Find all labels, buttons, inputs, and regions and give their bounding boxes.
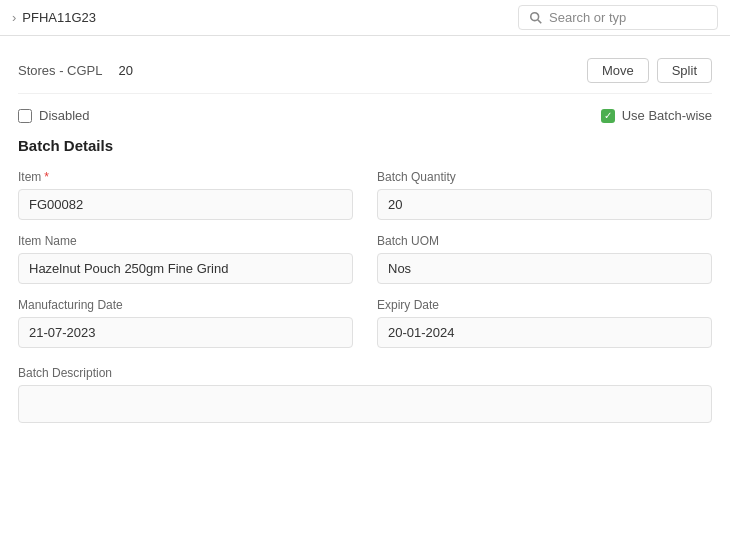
breadcrumb-chevron-icon: › <box>12 10 16 25</box>
disabled-label: Disabled <box>39 108 90 123</box>
breadcrumb: › PFHA11G23 <box>12 10 96 25</box>
disabled-checkbox[interactable] <box>18 109 32 123</box>
section-title: Batch Details <box>18 137 712 154</box>
stores-actions: Move Split <box>587 58 712 83</box>
top-bar: › PFHA11G23 Search or typ <box>0 0 730 36</box>
stores-row: Stores - CGPL 20 Move Split <box>18 48 712 94</box>
manufacturing-date-input[interactable] <box>18 317 353 348</box>
batch-wise-checkbox-label[interactable]: Use Batch-wise <box>601 108 712 123</box>
item-group: Item * <box>18 170 353 220</box>
main-content: Stores - CGPL 20 Move Split Disabled Use… <box>0 36 730 449</box>
item-name-group: Item Name <box>18 234 353 284</box>
disabled-checkbox-label[interactable]: Disabled <box>18 108 90 123</box>
stores-quantity: 20 <box>119 63 133 78</box>
expiry-date-group: Expiry Date <box>377 298 712 348</box>
manufacturing-date-label: Manufacturing Date <box>18 298 353 312</box>
batch-uom-label: Batch UOM <box>377 234 712 248</box>
batch-description-label: Batch Description <box>18 366 712 380</box>
batch-uom-group: Batch UOM <box>377 234 712 284</box>
batch-details-section: Batch Details Item * Batch Quantity Item… <box>18 137 712 423</box>
expiry-date-input[interactable] <box>377 317 712 348</box>
breadcrumb-title: PFHA11G23 <box>22 10 96 25</box>
item-name-input[interactable] <box>18 253 353 284</box>
batch-description-group: Batch Description <box>18 366 712 423</box>
stores-label: Stores - CGPL <box>18 63 103 78</box>
move-button[interactable]: Move <box>587 58 649 83</box>
batch-quantity-input[interactable] <box>377 189 712 220</box>
form-grid: Item * Batch Quantity Item Name Batch UO… <box>18 170 712 362</box>
svg-line-1 <box>538 19 542 23</box>
batch-wise-label: Use Batch-wise <box>622 108 712 123</box>
svg-point-0 <box>531 12 539 20</box>
batch-description-input[interactable] <box>18 385 712 423</box>
batch-uom-input[interactable] <box>377 253 712 284</box>
batch-quantity-label: Batch Quantity <box>377 170 712 184</box>
expiry-date-label: Expiry Date <box>377 298 712 312</box>
stores-left: Stores - CGPL 20 <box>18 63 133 78</box>
item-input[interactable] <box>18 189 353 220</box>
manufacturing-date-group: Manufacturing Date <box>18 298 353 348</box>
split-button[interactable]: Split <box>657 58 712 83</box>
search-placeholder-text: Search or typ <box>549 10 626 25</box>
batch-wise-checkbox[interactable] <box>601 109 615 123</box>
search-icon <box>529 11 543 25</box>
required-star: * <box>44 170 49 184</box>
item-name-label: Item Name <box>18 234 353 248</box>
search-bar[interactable]: Search or typ <box>518 5 718 30</box>
checkboxes-row: Disabled Use Batch-wise <box>18 94 712 137</box>
item-label: Item * <box>18 170 353 184</box>
batch-quantity-group: Batch Quantity <box>377 170 712 220</box>
